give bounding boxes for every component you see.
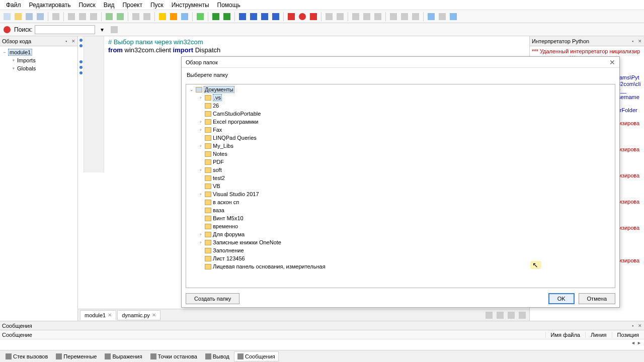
- tab-tool4-icon[interactable]: [517, 310, 527, 320]
- search-next-icon[interactable]: [109, 25, 119, 35]
- open-icon[interactable]: [13, 12, 23, 22]
- bottom-tab[interactable]: Стек вызовов: [2, 351, 51, 361]
- highlight-icon[interactable]: [157, 12, 168, 22]
- menu-поиск[interactable]: Поиск: [74, 1, 99, 10]
- comment-icon[interactable]: [373, 12, 383, 22]
- copy-icon[interactable]: [77, 12, 88, 22]
- column-header[interactable]: Имя файла: [545, 332, 585, 338]
- folder-item[interactable]: CamStudioPortable: [187, 110, 614, 118]
- run2-icon[interactable]: [222, 12, 232, 22]
- nav-back-icon[interactable]: [324, 12, 334, 22]
- tab-tool1-icon[interactable]: [484, 310, 494, 320]
- save-icon[interactable]: [24, 12, 34, 22]
- folder-item[interactable]: ›Visual Studio 2017: [187, 190, 614, 198]
- step-in-icon[interactable]: [237, 12, 248, 22]
- tree-item[interactable]: +Globals: [2, 64, 75, 72]
- outdent-icon[interactable]: [351, 12, 361, 22]
- run-icon[interactable]: [211, 12, 221, 22]
- bottom-tab[interactable]: Переменные: [52, 351, 100, 361]
- console-icon[interactable]: [448, 12, 458, 22]
- column-header[interactable]: Сообщение: [0, 332, 545, 338]
- folder-item[interactable]: Notes: [187, 150, 614, 158]
- pin-icon[interactable]: ▪: [65, 39, 70, 44]
- tab-close-icon[interactable]: ✕: [152, 312, 156, 318]
- folder-item[interactable]: ›My_Libs: [187, 142, 614, 150]
- folder-item[interactable]: в аскон сп: [187, 198, 614, 206]
- save-all-icon[interactable]: [35, 12, 45, 22]
- list2-icon[interactable]: [399, 12, 410, 22]
- editor-tab[interactable]: module1✕: [80, 310, 116, 320]
- editor-tab[interactable]: dynamic.py✕: [117, 310, 160, 320]
- pin-icon[interactable]: ▪: [632, 323, 637, 328]
- window-icon[interactable]: [180, 12, 190, 22]
- bookmark-icon[interactable]: [169, 12, 179, 22]
- create-folder-button[interactable]: Создать папку: [186, 293, 239, 304]
- folder-item[interactable]: ›Excel программки: [187, 118, 614, 126]
- folder-tree[interactable]: ⌄Документы›.vs26CamStudioPortable›Excel …: [186, 84, 615, 288]
- menu-пуск[interactable]: Пуск: [146, 1, 168, 10]
- folder-item[interactable]: ›Fax: [187, 126, 614, 134]
- close-panel-icon[interactable]: ✕: [638, 39, 643, 44]
- pause-icon[interactable]: [271, 12, 281, 22]
- cancel-button[interactable]: Отмена: [579, 293, 615, 304]
- column-header[interactable]: Позиция: [612, 332, 645, 338]
- search-dropdown-icon[interactable]: ▾: [97, 25, 107, 35]
- folder-item[interactable]: Винт М5х10: [187, 214, 614, 222]
- layout-icon[interactable]: [426, 12, 436, 22]
- folder-item[interactable]: Лицевая панель основания, измерительная: [187, 262, 614, 270]
- folder-item[interactable]: ›Записные книжки OneNote: [187, 238, 614, 246]
- print-icon[interactable]: [51, 12, 61, 22]
- close-panel-icon[interactable]: ✕: [71, 39, 76, 44]
- bottom-tab[interactable]: Точки останова: [147, 351, 201, 361]
- menu-инструменты[interactable]: Инструменты: [168, 1, 213, 10]
- folder-item[interactable]: Заполнение: [187, 246, 614, 254]
- folder-item[interactable]: test2: [187, 174, 614, 182]
- tree-item[interactable]: −module1: [2, 48, 75, 56]
- cut-icon[interactable]: [66, 12, 76, 22]
- redo-icon[interactable]: [115, 12, 125, 22]
- rec-icon[interactable]: [297, 12, 307, 22]
- tree-item[interactable]: +Imports: [2, 56, 75, 64]
- folder-item[interactable]: временно: [187, 222, 614, 230]
- folder-item[interactable]: PDF: [187, 158, 614, 166]
- column-header[interactable]: Линия: [585, 332, 612, 338]
- tab-close-icon[interactable]: ✕: [108, 312, 112, 318]
- bottom-tab[interactable]: Выражения: [101, 351, 145, 361]
- exec-icon[interactable]: [195, 12, 205, 22]
- refresh-icon[interactable]: [437, 12, 447, 22]
- step-over-icon[interactable]: [249, 12, 259, 22]
- folder-item[interactable]: ›.vs: [187, 94, 614, 102]
- pin-icon[interactable]: ▪: [632, 39, 637, 44]
- scroll-right-icon[interactable]: ►: [637, 340, 642, 345]
- menu-проект[interactable]: Проект: [118, 1, 146, 10]
- step-out-icon[interactable]: [260, 12, 270, 22]
- scroll-left-icon[interactable]: ◄: [631, 340, 636, 345]
- folder-item[interactable]: ›soft: [187, 166, 614, 174]
- list-icon[interactable]: [388, 12, 398, 22]
- nav-fwd-icon[interactable]: [335, 12, 345, 22]
- undo-icon[interactable]: [104, 12, 114, 22]
- breakpoint-gutter[interactable]: [78, 36, 84, 172]
- abort-icon[interactable]: [308, 12, 318, 22]
- folder-item[interactable]: Лист 123456: [187, 254, 614, 262]
- search-input[interactable]: [35, 25, 95, 34]
- find-files-icon[interactable]: [142, 12, 152, 22]
- dialog-close-icon[interactable]: ✕: [609, 58, 615, 66]
- toggle-icon[interactable]: [411, 12, 421, 22]
- folder-item[interactable]: LINQPad Queries: [187, 134, 614, 142]
- menu-редактировать[interactable]: Редактировать: [25, 1, 75, 10]
- tab-tool3-icon[interactable]: [506, 310, 516, 320]
- paste-icon[interactable]: [89, 12, 99, 22]
- folder-item[interactable]: VB: [187, 182, 614, 190]
- bottom-tab[interactable]: Сообщения: [234, 351, 279, 361]
- menu-помощь[interactable]: Помощь: [213, 1, 245, 10]
- stop-search-icon[interactable]: [2, 25, 12, 35]
- indent-icon[interactable]: [362, 12, 372, 22]
- close-panel-icon[interactable]: ✕: [638, 323, 643, 328]
- find-icon[interactable]: [131, 12, 141, 22]
- menu-файл[interactable]: Файл: [2, 1, 25, 10]
- folder-item[interactable]: ваза: [187, 206, 614, 214]
- stop-icon[interactable]: [286, 12, 296, 22]
- folder-root[interactable]: ⌄Документы: [187, 85, 614, 94]
- bottom-tab[interactable]: Вывод: [202, 351, 233, 361]
